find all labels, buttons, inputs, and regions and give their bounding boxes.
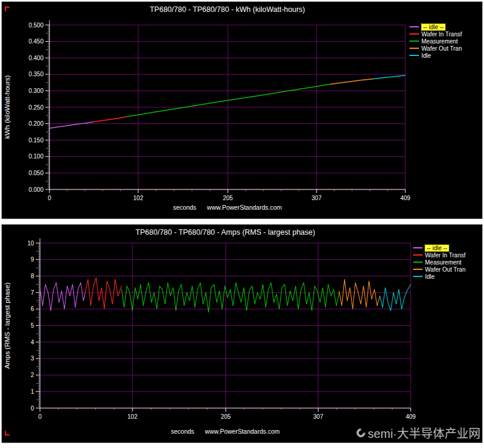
- legend-item-0: -- idle --: [409, 23, 462, 30]
- y-tick-label: 5: [30, 322, 34, 329]
- y-tick-label: 0.200: [29, 120, 44, 127]
- series-wafer-in-transfer: [93, 117, 126, 122]
- watermark-text: semi·大半导体产业网: [368, 424, 480, 441]
- legend-line-sample: [409, 55, 419, 56]
- y-tick-label: 0.450: [29, 38, 44, 45]
- legend-item-4: Idle: [413, 273, 466, 280]
- y-axis-label: Amps (RMS - largest phase): [4, 243, 14, 408]
- legend-line-sample: [413, 269, 423, 270]
- red-cursor-marker: [5, 7, 10, 11]
- x-tick-label: 102: [128, 413, 138, 420]
- legend-label: Wafer In Transf: [425, 252, 466, 259]
- y-tick-label: 0.500: [29, 22, 44, 29]
- legend-label: Measurement: [425, 259, 461, 266]
- y-tick-label: 7: [30, 290, 34, 296]
- y-axis-label: kWh (kiloWatt-hours): [4, 25, 14, 189]
- watermark: semi·大半导体产业网: [356, 424, 480, 441]
- kwh-chart-panel: TP680/780 - TP680/780 - kWh (kiloWatt-ho…: [1, 1, 483, 219]
- series-idle-end: [380, 284, 411, 310]
- x-tick-label: 205: [221, 413, 231, 420]
- x-tick-label: 102: [134, 195, 144, 201]
- legend-line-sample: [413, 247, 423, 248]
- x-axis-label: seconds: [171, 428, 194, 435]
- x-tick-label: 409: [406, 413, 416, 420]
- x-axis-label: seconds: [173, 204, 196, 211]
- y-tick-label: 9: [30, 256, 34, 263]
- x-tick-label: 409: [401, 195, 411, 201]
- legend-line-sample: [413, 262, 423, 263]
- y-tick-label: 8: [30, 273, 34, 279]
- legend-line-sample: [409, 33, 419, 35]
- footer-url: www.PowerStandards.com: [207, 204, 281, 211]
- series-wafer-out-transfer: [339, 279, 380, 309]
- series-idle-start: [49, 122, 93, 129]
- chart-title: TP680/780 - TP680/780 - Amps (RMS - larg…: [40, 228, 411, 237]
- red-cursor-marker: [5, 431, 10, 435]
- legend-line-sample: [409, 26, 419, 27]
- y-tick-label: 1: [30, 388, 34, 395]
- legend-line-sample: [413, 254, 423, 256]
- amps-chart-panel: TP680/780 - TP680/780 - Amps (RMS - larg…: [1, 224, 483, 443]
- watermark-logo-icon: [355, 427, 367, 439]
- y-tick-label: 0.100: [29, 153, 44, 160]
- amps-plot-area: 0123456789100102205307409: [2, 225, 482, 443]
- x-tick-label: 205: [223, 195, 233, 201]
- legend-line-sample: [413, 276, 423, 277]
- legend-label: Wafer Out Tran: [425, 266, 466, 273]
- x-tick-label: 0: [48, 195, 51, 201]
- series-wafer-out-transfer: [330, 79, 373, 85]
- series-idle-end: [373, 76, 405, 79]
- y-tick-label: 6: [30, 306, 34, 312]
- legend-item-4: Idle: [409, 52, 462, 59]
- y-tick-label: 3: [30, 355, 34, 362]
- y-tick-label: 0.400: [29, 55, 44, 61]
- series-idle-start: [40, 283, 85, 311]
- y-tick-label: 2: [30, 372, 34, 378]
- y-tick-label: 0.250: [29, 104, 44, 111]
- legend-label: Wafer In Transf: [421, 31, 462, 38]
- legend: -- idle --Wafer In TransfMeasurementWafe…: [413, 244, 466, 280]
- legend-label: Wafer Out Tran: [421, 45, 462, 52]
- legend-item-3: Wafer Out Tran: [413, 266, 466, 273]
- legend-item-3: Wafer Out Tran: [409, 45, 462, 52]
- legend-item-2: Measurement: [409, 38, 462, 45]
- legend-label: Measurement: [421, 38, 458, 45]
- x-axis-caption: seconds www.PowerStandards.com: [40, 428, 411, 435]
- footer-url: www.PowerStandards.com: [205, 428, 280, 435]
- legend-item-0: -- idle --: [413, 244, 466, 251]
- legend-item-2: Measurement: [413, 259, 466, 266]
- legend-label: Idle: [425, 273, 435, 280]
- y-tick-label: 10: [27, 240, 35, 247]
- x-axis-caption: seconds www.PowerStandards.com: [49, 204, 405, 211]
- series-measurement: [122, 283, 339, 313]
- y-tick-label: 0.150: [29, 137, 44, 144]
- y-tick-label: 0.050: [29, 170, 44, 176]
- y-tick-label: 0.350: [29, 71, 44, 77]
- legend-line-sample: [409, 48, 419, 49]
- y-tick-label: 0.000: [29, 186, 44, 193]
- legend-label: -- idle --: [421, 24, 445, 30]
- y-tick-label: 0.300: [29, 88, 44, 94]
- legend-item-1: Wafer In Transf: [409, 30, 462, 38]
- x-tick-label: 307: [312, 195, 322, 201]
- x-tick-label: 0: [38, 413, 42, 420]
- legend-label: -- idle --: [425, 245, 449, 251]
- y-tick-label: 0: [30, 405, 34, 412]
- chart-title: TP680/780 - TP680/780 - kWh (kiloWatt-ho…: [49, 5, 405, 14]
- series-wafer-in-transfer: [85, 278, 122, 309]
- y-tick-label: 4: [30, 339, 34, 346]
- legend-line-sample: [409, 41, 419, 42]
- legend-label: Idle: [421, 52, 431, 59]
- x-tick-label: 307: [314, 413, 324, 420]
- legend: -- idle --Wafer In TransfMeasurementWafe…: [409, 23, 462, 59]
- legend-item-1: Wafer In Transf: [413, 251, 466, 259]
